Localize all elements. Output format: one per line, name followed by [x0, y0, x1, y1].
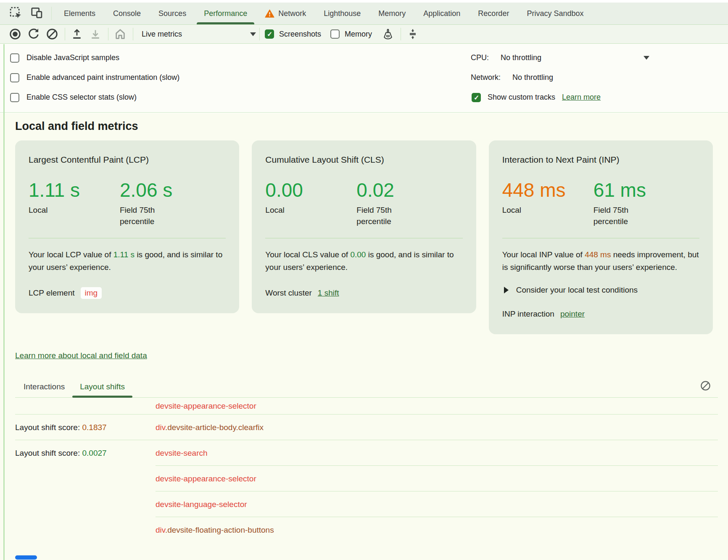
upload-profile-button[interactable] — [70, 27, 84, 41]
show-custom-tracks-checkbox[interactable] — [472, 93, 481, 102]
inp-interaction-link[interactable]: pointer — [560, 309, 585, 319]
inp-field-value: 61 ms — [593, 178, 699, 202]
cpu-throttling-select[interactable]: CPU: No throttling — [471, 48, 649, 68]
node-link[interactable]: div.devsite-floating-action-buttons — [156, 526, 274, 535]
card-divider — [502, 238, 699, 238]
inp-field-label: Field 75thpercentile — [593, 204, 699, 227]
devtools-window: Elements Console Sources Performance Net… — [0, 0, 728, 560]
cpu-label: CPU: — [471, 53, 489, 62]
inspect-element-icon[interactable] — [9, 6, 22, 21]
tab-elements[interactable]: Elements — [55, 3, 104, 24]
toolbar-divider — [401, 28, 401, 40]
node-link[interactable]: div.devsite-article-body.clearfix — [156, 423, 264, 432]
live-metrics-log: Interactions Layout shifts devsite-appea… — [15, 376, 718, 543]
page-title: Local and field metrics — [15, 120, 728, 133]
toolbar-divider — [108, 28, 108, 40]
tab-privacy-sandbox[interactable]: Privacy Sandbox — [518, 3, 592, 24]
field-data-learn-more-link[interactable]: Learn more about local and field data — [15, 351, 147, 360]
toolbar-divider — [65, 28, 65, 40]
collapse-panel-icon[interactable] — [406, 27, 419, 41]
worst-cluster-link[interactable]: 1 shift — [318, 288, 339, 298]
main-tab-bar: Elements Console Sources Performance Net… — [0, 3, 728, 25]
tab-lighthouse[interactable]: Lighthouse — [315, 3, 369, 24]
node-link[interactable]: devsite-language-selector — [156, 500, 247, 509]
lcp-card-title: Largest Contentful Paint (LCP) — [29, 154, 226, 166]
toolbar-divider — [133, 28, 133, 40]
layout-shift-row: devsite-language-selector — [15, 491, 718, 517]
node-link[interactable]: devsite-appearance-selector — [156, 474, 256, 483]
lcp-local-value: 1.11 s — [29, 178, 120, 202]
tab-application[interactable]: Application — [414, 3, 469, 24]
panel-left-border — [3, 44, 5, 560]
show-custom-tracks-row: Show custom tracks Learn more — [472, 87, 601, 107]
record-button[interactable] — [8, 27, 22, 41]
tab-memory[interactable]: Memory — [369, 3, 414, 24]
screenshots-checkbox[interactable] — [265, 29, 274, 39]
layout-shift-row: div.devsite-floating-action-buttons — [15, 517, 718, 543]
gc-brush-icon[interactable] — [381, 27, 395, 41]
home-button[interactable] — [113, 27, 127, 41]
score-label: Layout shift score: — [15, 423, 82, 432]
tab-console[interactable]: Console — [104, 3, 150, 24]
network-throttling-select[interactable]: Network: No throttling — [471, 68, 728, 87]
disable-js-samples-checkbox[interactable] — [10, 53, 19, 63]
metric-cards: Largest Contentful Paint (LCP) 1.11 s Lo… — [15, 140, 713, 334]
network-label: Network: — [471, 73, 501, 82]
network-value: No throttling — [512, 73, 553, 82]
capture-settings-pane: Disable JavaScript samples Enable advanc… — [0, 44, 728, 113]
network-warning-icon — [265, 9, 274, 18]
panel-tabs: Elements Console Sources Performance Net… — [55, 3, 728, 24]
card-divider — [265, 238, 462, 238]
lcp-element-node-link[interactable]: img — [81, 287, 102, 299]
custom-tracks-learn-more-link[interactable]: Learn more — [562, 93, 601, 102]
cls-local-label: Local — [265, 204, 356, 216]
horizontal-scrollbar-thumb[interactable] — [15, 555, 37, 560]
device-toolbar-icon[interactable] — [30, 6, 43, 21]
cpu-value: No throttling — [501, 53, 541, 62]
css-selector-stats-row: Enable CSS selector stats (slow) — [0, 87, 728, 107]
lcp-field-label: Field 75thpercentile — [120, 204, 226, 227]
node-link[interactable]: devsite-search — [156, 449, 208, 458]
advanced-paint-label: Enable advanced paint instrumentation (s… — [26, 73, 179, 82]
live-metrics-view: Local and field metrics Largest Contentf… — [0, 113, 728, 560]
node-link[interactable]: devsite-appearance-selector — [156, 402, 256, 411]
css-selector-stats-checkbox[interactable] — [10, 93, 19, 102]
clear-button[interactable] — [45, 27, 59, 41]
reload-record-button[interactable] — [27, 27, 40, 41]
layout-shift-row: Layout shift score: 0.0027 devsite-searc… — [15, 440, 718, 466]
panel-mode-label: Live metrics — [142, 30, 182, 39]
clear-log-icon[interactable] — [700, 380, 711, 393]
toolbar-divider — [259, 28, 260, 40]
tab-interactions[interactable]: Interactions — [16, 376, 72, 397]
worst-cluster-label: Worst cluster — [265, 288, 312, 298]
tab-sources[interactable]: Sources — [150, 3, 195, 24]
lcp-description: Your local LCP value of 1.11 s is good, … — [29, 248, 226, 274]
memory-checkbox[interactable] — [330, 29, 340, 39]
cls-card: Cumulative Layout Shift (CLS) 0.00 Local… — [252, 140, 476, 313]
lcp-card: Largest Contentful Paint (LCP) 1.11 s Lo… — [15, 140, 239, 313]
layout-shift-row: Layout shift score: 0.1837 div.devsite-a… — [15, 415, 718, 440]
cls-card-title: Cumulative Layout Shift (CLS) — [265, 154, 462, 166]
inp-local-value: 448 ms — [502, 178, 593, 202]
layout-shift-row: devsite-appearance-selector — [15, 466, 718, 491]
performance-toolbar: Live metrics Screenshots Memory — [0, 25, 728, 44]
tab-recorder[interactable]: Recorder — [469, 3, 518, 24]
tab-network[interactable]: Network — [256, 3, 315, 24]
tab-bar-divider — [51, 7, 52, 20]
download-profile-button[interactable] — [89, 27, 102, 41]
inp-local-label: Local — [502, 204, 593, 216]
inp-description: Your local INP value of 448 ms needs imp… — [502, 248, 699, 274]
layout-shift-row: devsite-appearance-selector — [15, 398, 718, 415]
panel-mode-select[interactable]: Live metrics — [142, 30, 256, 39]
tab-bar-icons — [0, 3, 51, 24]
card-divider — [29, 238, 226, 238]
lcp-local-label: Local — [29, 204, 120, 216]
show-custom-tracks-label: Show custom tracks — [488, 93, 555, 102]
advanced-paint-checkbox[interactable] — [10, 73, 19, 82]
chevron-down-icon — [250, 32, 256, 36]
score-value: 0.1837 — [82, 423, 106, 432]
tab-layout-shifts[interactable]: Layout shifts — [72, 376, 132, 397]
local-test-conditions-expander[interactable]: Consider your local test conditions — [502, 285, 699, 295]
tab-performance[interactable]: Performance — [195, 3, 256, 24]
expand-triangle-icon — [504, 287, 509, 293]
